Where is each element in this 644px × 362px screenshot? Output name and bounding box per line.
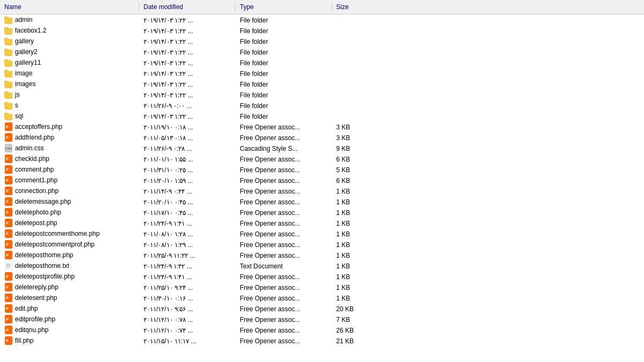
php-icon: P <box>4 315 13 324</box>
svg-rect-22 <box>4 91 8 94</box>
table-row[interactable]: P deletepostprofile.php ۲۰۱۱/۲۴/-۹ ۱:۴۱ … <box>0 271 644 282</box>
file-name: comment.php <box>15 164 54 175</box>
folder-icon <box>4 16 13 24</box>
table-row[interactable]: P deletepost.php ۲۰۱۱/۲۴/-۹ ۱:۴۱ ... Fre… <box>0 218 644 228</box>
table-row[interactable]: admin ۲۰۱۹/۱۴/۰۳ ۱:۲۲ ... File folder <box>0 14 644 25</box>
svg-rect-16 <box>4 70 8 72</box>
file-type: File folder <box>236 25 332 36</box>
file-name-cell: facebox1.2 <box>0 25 139 36</box>
file-type: Free Opener assoc... <box>236 282 332 292</box>
file-name: deletemessage.php <box>15 196 71 207</box>
table-row[interactable]: P edit.php ۲۰۱۱/۱۲/۱۰ ۹:۵۶ ... Free Open… <box>0 303 644 314</box>
file-date: ۲۰۱۹/۱۴/۰۳ ۱:۲۲ ... <box>139 36 236 47</box>
file-size: 1 KB <box>332 260 375 271</box>
file-name: editprofile.php <box>15 314 55 325</box>
file-date: ۲۰۱۱/۱۲/۱۰ ۹:۵۶ ... <box>139 303 236 314</box>
svg-rect-4 <box>4 27 8 29</box>
table-row[interactable]: gallery ۲۰۱۹/۱۴/۰۳ ۱:۲۲ ... File folder <box>0 36 644 47</box>
file-date: ۲۰۱۹/۱۴/۰۳ ۱:۲۲ ... <box>139 57 236 68</box>
table-row[interactable]: facebox1.2 ۲۰۱۹/۱۴/۰۳ ۱:۲۲ ... File fold… <box>0 25 644 36</box>
file-name: fill.php <box>15 335 34 346</box>
header-type[interactable]: Type <box>236 2 332 12</box>
file-name-cell: gallery2 <box>0 47 139 57</box>
file-name: gallery <box>15 36 34 47</box>
header-size[interactable]: Size <box>332 2 375 12</box>
file-size <box>332 100 375 111</box>
file-name-cell: sql <box>0 111 139 121</box>
table-row[interactable]: deleteposthome.txt ۲۰۱۱/۲۴/-۹ ۱:۴۲ ... T… <box>0 260 644 271</box>
table-row[interactable]: sql ۲۰۱۹/۱۴/۰۳ ۱:۲۲ ... File folder <box>0 111 644 121</box>
table-row[interactable]: P fill.php ۲۰۱۱/۱۵/۱۰ ۱۱:۱۷ ... Free Ope… <box>0 335 644 346</box>
table-row[interactable]: P deletesent.php ۲۰۱۱/۳۰/۱۰ ۰:۱۶ ... Fre… <box>0 292 644 303</box>
file-type: File folder <box>236 100 332 111</box>
file-date: ۲۰۱۱/۱۲/۱۰ ۰:۷۸ ... <box>139 314 236 325</box>
file-name-cell: P deletepostcommentprof.php <box>0 239 139 250</box>
php-icon: P <box>4 219 13 227</box>
table-row[interactable]: P deletephoto.php ۲۰۱۱/۱۷/۱۰ ۰:۴۵ ... Fr… <box>0 207 644 218</box>
file-type: Free Opener assoc... <box>236 153 332 164</box>
table-row[interactable]: P comment.php ۲۰۱۱/۳۱/۱۰ ۰:۲۵ ... Free O… <box>0 164 644 175</box>
php-icon: P <box>4 165 13 174</box>
table-row[interactable]: s ۲۰۱۱/۲۶/-۹ ۰:۰۰ ... File folder <box>0 100 644 111</box>
file-type: File folder <box>236 111 332 121</box>
svg-rect-27 <box>4 114 12 119</box>
file-name: s <box>15 100 18 111</box>
table-row[interactable]: P editqnu.php ۲۰۱۱/۱۲/۱۰ ۰:۷۴ ... Free O… <box>0 325 644 335</box>
php-icon: P <box>4 240 13 249</box>
svg-text:P: P <box>6 125 9 129</box>
file-name-cell: P deletepostprofile.php <box>0 271 139 282</box>
file-name: acceptoffers.php <box>15 121 63 132</box>
file-size <box>332 14 375 25</box>
file-name-cell: P deletesent.php <box>0 292 139 303</box>
file-date: ۲۰۱۱/۲۰/۱۰ ۱:۵۹ ... <box>139 175 236 186</box>
table-row[interactable]: gallery2 ۲۰۱۹/۱۴/۰۳ ۱:۲۲ ... File folder <box>0 47 644 57</box>
svg-rect-12 <box>4 60 12 65</box>
svg-rect-7 <box>4 38 8 40</box>
table-row[interactable]: P connection.php ۲۰۱۱/۱۴/-۹ ۰:۴۴ ... Fre… <box>0 186 644 196</box>
svg-rect-5 <box>4 28 12 33</box>
file-name: deletepostprofile.php <box>15 271 74 282</box>
svg-rect-28 <box>4 113 8 115</box>
table-row[interactable]: CSS admin.css ۲۰۱۱/۲۶/-۹ ۰:۲۸ ... Cascad… <box>0 143 644 153</box>
header-name[interactable]: Name <box>0 2 139 12</box>
file-size: 1 KB <box>332 239 375 250</box>
svg-rect-14 <box>4 60 12 65</box>
php-icon: P <box>4 272 13 281</box>
file-name-cell: images <box>0 79 139 89</box>
svg-rect-24 <box>4 103 12 108</box>
table-row[interactable]: P deletereply.php ۲۰۱۱/۲۵/۱۰ ۹:۲۴ ... Fr… <box>0 282 644 292</box>
table-row[interactable]: P addfriend.php ۲۰۱۱/۰۵/۱۳ ۰:۱۸ ... Free… <box>0 132 644 143</box>
file-size: 1 KB <box>332 282 375 292</box>
file-type: Cascading Style S... <box>236 143 332 153</box>
table-row[interactable]: P deletemessage.php ۲۰۱۱/۲۰/۱۰ ۰:۴۵ ... … <box>0 196 644 207</box>
folder-icon <box>4 37 13 45</box>
file-name-cell: admin <box>0 14 139 25</box>
table-row[interactable]: P deletepostcommentprof.php ۲۰۱۱/۰۸/۱۰ ۱… <box>0 239 644 250</box>
folder-icon <box>4 69 13 78</box>
header-date[interactable]: Date modified <box>139 2 236 12</box>
folder-icon <box>4 48 13 56</box>
table-row[interactable]: P editprofile.php ۲۰۱۱/۱۲/۱۰ ۰:۷۸ ... Fr… <box>0 314 644 325</box>
table-row[interactable]: gallery11 ۲۰۱۹/۱۴/۰۳ ۱:۲۲ ... File folde… <box>0 57 644 68</box>
table-row[interactable]: P deletepostcommenthome.php ۲۰۱۱/۰۸/۱۰ ۱… <box>0 228 644 239</box>
table-row[interactable]: js ۲۰۱۹/۱۴/۰۳ ۱:۲۲ ... File folder <box>0 89 644 100</box>
table-row[interactable]: image ۲۰۱۹/۱۴/۰۳ ۱:۲۲ ... File folder <box>0 68 644 79</box>
file-name-cell: P addfriend.php <box>0 132 139 143</box>
file-name: admin <box>15 14 33 25</box>
table-row[interactable]: P comment1.php ۲۰۱۱/۲۰/۱۰ ۱:۵۹ ... Free … <box>0 175 644 186</box>
table-row[interactable]: images ۲۰۱۹/۱۴/۰۳ ۱:۲۲ ... File folder <box>0 79 644 89</box>
file-type: Free Opener assoc... <box>236 164 332 175</box>
file-name: comment1.php <box>15 175 57 186</box>
file-name-cell: P deletepost.php <box>0 218 139 228</box>
file-type: File folder <box>236 79 332 89</box>
file-size: 1 KB <box>332 196 375 207</box>
svg-rect-1 <box>4 17 8 19</box>
table-row[interactable]: P checkid.php ۲۰۱۱/۰۱/۱۰ ۱:۵۵ ... Free O… <box>0 153 644 164</box>
file-size: 3 KB <box>332 121 375 132</box>
table-row[interactable]: P deleteposthome.php ۲۰۱۱/۲۵/-۹ ۱۱:۲۲ ..… <box>0 250 644 260</box>
file-name: checkid.php <box>15 153 49 164</box>
svg-rect-2 <box>4 18 12 22</box>
table-row[interactable]: P acceptoffers.php ۲۰۱۱/۱۹/۱۰ ۰:۱۸ ... F… <box>0 121 644 132</box>
svg-rect-15 <box>4 71 12 76</box>
php-icon: P <box>4 208 13 217</box>
